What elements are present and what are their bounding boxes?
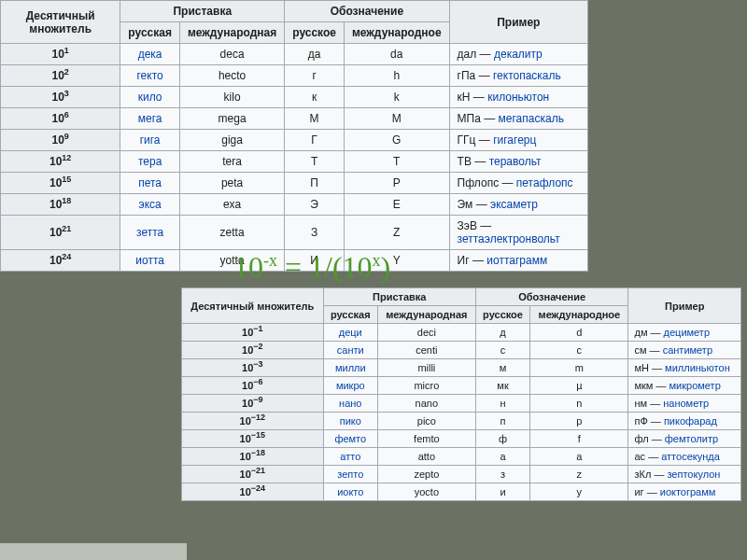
example-link[interactable]: дециметр bbox=[664, 327, 710, 338]
prefix-link[interactable]: дека bbox=[138, 48, 162, 61]
example-link[interactable]: иоттаграмм bbox=[486, 254, 547, 267]
intl-symbol-cell: da bbox=[344, 44, 449, 65]
russian-prefix-cell: зепто bbox=[323, 466, 377, 483]
table-row: 101декаdecaдаdaдал — декалитр bbox=[1, 44, 588, 65]
prefix-link[interactable]: иокто bbox=[337, 486, 363, 497]
table-row: 10−24иоктоyoctoиyиг — иоктограмм bbox=[182, 483, 741, 501]
prefix-link[interactable]: милли bbox=[335, 362, 366, 373]
example-link[interactable]: сантиметр bbox=[663, 344, 712, 356]
example-link[interactable]: фемтолитр bbox=[665, 433, 718, 444]
example-link[interactable]: килоньютон bbox=[487, 91, 549, 104]
multiplier-cell: 102 bbox=[1, 65, 120, 87]
intl-symbol-cell: c bbox=[530, 342, 628, 359]
russian-prefix-cell: гекто bbox=[120, 65, 180, 87]
russian-symbol-cell: д bbox=[475, 324, 529, 342]
russian-symbol-cell: п bbox=[475, 413, 529, 430]
example-link[interactable]: петафлопс bbox=[516, 176, 573, 189]
example-link[interactable]: нанометр bbox=[663, 398, 709, 409]
example-cell: ЗэВ — зеттаэлектронвольт bbox=[449, 216, 587, 250]
col-notation: Обозначение bbox=[285, 1, 449, 22]
prefix-link[interactable]: зетта bbox=[136, 226, 163, 239]
prefix-link[interactable]: микро bbox=[336, 380, 365, 391]
prefix-link[interactable]: пико bbox=[340, 415, 361, 427]
example-link[interactable]: иоктограмм bbox=[660, 486, 716, 497]
russian-prefix-cell: атто bbox=[323, 448, 377, 466]
example-cell: ас — аттосекунда bbox=[628, 448, 741, 466]
prefix-link[interactable]: тера bbox=[138, 155, 162, 168]
table-row: 10−6микроmicroмкµмкм — микрометр bbox=[182, 377, 741, 395]
russian-symbol-cell: и bbox=[475, 483, 529, 501]
table-row: 10−15фемтоfemtoфfфл — фемтолитр bbox=[182, 430, 741, 448]
multiplier-cell: 106 bbox=[1, 108, 120, 130]
col-russian-short: русское bbox=[285, 22, 345, 44]
example-link[interactable]: микрометр bbox=[669, 380, 721, 391]
example-cell: Эм — эксаметр bbox=[449, 194, 587, 216]
example-link[interactable]: аттосекунда bbox=[661, 451, 720, 462]
russian-symbol-cell: М bbox=[285, 108, 345, 130]
intl-prefix-cell: centi bbox=[377, 342, 475, 359]
prefix-link[interactable]: кило bbox=[138, 91, 162, 104]
example-link[interactable]: мегапаскаль bbox=[499, 112, 564, 125]
example-cell: дм — дециметр bbox=[628, 324, 741, 342]
si-prefix-table-negative: Десятичный множитель Приставка Обозначен… bbox=[181, 287, 741, 501]
multiplier-cell: 10−2 bbox=[182, 342, 324, 359]
intl-prefix-cell: deci bbox=[377, 324, 475, 342]
example-cell: МПа — мегапаскаль bbox=[449, 108, 587, 130]
intl-symbol-cell: p bbox=[530, 413, 628, 430]
intl-symbol-cell: Z bbox=[344, 216, 449, 250]
intl-prefix-cell: deca bbox=[179, 44, 284, 65]
si-prefix-table-positive: Десятичный множитель Приставка Обозначен… bbox=[0, 0, 588, 272]
example-cell: мкм — микрометр bbox=[628, 377, 741, 395]
table-row: 109гигаgigaГGГГц — гигагерц bbox=[1, 130, 588, 151]
example-link[interactable]: зептокулон bbox=[667, 469, 720, 480]
example-link[interactable]: гигагерц bbox=[493, 133, 536, 147]
prefix-link[interactable]: пета bbox=[138, 176, 162, 189]
russian-prefix-cell: экса bbox=[120, 194, 180, 216]
col-russian: русская bbox=[323, 306, 377, 324]
example-link[interactable]: зеттаэлектронвольт bbox=[458, 232, 560, 245]
table-row: 10−21зептоzeptoзzзКл — зептокулон bbox=[182, 466, 741, 483]
example-link[interactable]: декалитр bbox=[494, 48, 543, 61]
example-cell: Иг — иоттаграмм bbox=[449, 250, 587, 272]
example-link[interactable]: гектопаскаль bbox=[493, 69, 561, 82]
russian-symbol-cell: Т bbox=[285, 151, 345, 173]
example-cell: мН — миллиньютон bbox=[628, 359, 741, 377]
multiplier-cell: 10−12 bbox=[182, 413, 324, 430]
russian-prefix-cell: зетта bbox=[120, 216, 180, 250]
col-notation: Обозначение bbox=[475, 288, 628, 306]
example-link[interactable]: теравольт bbox=[489, 155, 542, 168]
example-link[interactable]: миллиньютон bbox=[665, 362, 730, 373]
multiplier-cell: 10−15 bbox=[182, 430, 324, 448]
prefix-link[interactable]: фемто bbox=[334, 433, 366, 444]
table-header: Десятичный множитель Приставка Обозначен… bbox=[182, 288, 741, 324]
table-row: 1021зеттаzettaЗZЗэВ — зеттаэлектронвольт bbox=[1, 216, 588, 250]
prefix-link[interactable]: гекто bbox=[137, 69, 163, 82]
col-russian-short: русское bbox=[475, 306, 529, 324]
prefix-link[interactable]: мега bbox=[138, 112, 162, 125]
intl-prefix-cell: nano bbox=[377, 395, 475, 413]
russian-prefix-cell: иотта bbox=[120, 250, 180, 272]
multiplier-cell: 10−21 bbox=[182, 466, 324, 483]
intl-prefix-cell: zetta bbox=[179, 216, 284, 250]
multiplier-cell: 10−24 bbox=[182, 483, 324, 501]
table-header: Десятичный множитель Приставка Обозначен… bbox=[1, 1, 588, 44]
prefix-link[interactable]: санти bbox=[337, 344, 364, 356]
intl-symbol-cell: y bbox=[530, 483, 628, 501]
example-link[interactable]: пикофарад bbox=[664, 415, 717, 427]
multiplier-cell: 1015 bbox=[1, 173, 120, 194]
prefix-link[interactable]: иотта bbox=[135, 254, 164, 267]
russian-prefix-cell: гига bbox=[120, 130, 180, 151]
prefix-link[interactable]: зепто bbox=[337, 469, 363, 480]
prefix-link[interactable]: атто bbox=[340, 451, 360, 462]
intl-symbol-cell: m bbox=[530, 359, 628, 377]
prefix-link[interactable]: гига bbox=[140, 133, 161, 147]
example-link[interactable]: эксаметр bbox=[490, 198, 538, 211]
prefix-link[interactable]: экса bbox=[139, 198, 162, 211]
table-row: 10−1дециdeciдdдм — дециметр bbox=[182, 324, 741, 342]
prefix-link[interactable]: нано bbox=[339, 398, 361, 409]
example-cell: Пфлопс — петафлопс bbox=[449, 173, 587, 194]
russian-prefix-cell: деци bbox=[323, 324, 377, 342]
prefix-link[interactable]: деци bbox=[339, 327, 362, 338]
intl-prefix-cell: pico bbox=[377, 413, 475, 430]
russian-prefix-cell: фемто bbox=[323, 430, 377, 448]
